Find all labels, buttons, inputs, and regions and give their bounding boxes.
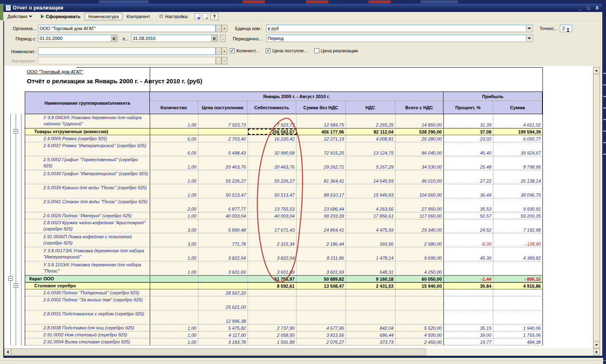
collapse-group-icon[interactable] [14,283,18,288]
column-header[interactable]: Сумма без НДС [296,101,346,114]
value-cell[interactable] [444,296,493,310]
counterparty-clear-button[interactable]: x [222,57,227,64]
save-report-icon[interactable] [203,13,208,19]
row-name-cell[interactable]: 2.8.0038 Подставка для яиц (серебро 925) [25,324,150,331]
value-cell[interactable]: 46.40 [444,142,493,156]
value-cell[interactable] [150,283,198,289]
value-cell[interactable] [396,296,444,310]
value-cell[interactable]: 51 755,97 [248,276,297,282]
group-row[interactable]: Столовое серебро8 592,6113 508,472 431,5… [25,282,543,289]
value-cell[interactable]: 1,00 [150,170,198,184]
row-name-cell[interactable]: У 3.8.110Э/6 Упаковка деревянная для наб… [25,261,150,275]
row-name-cell[interactable]: 2.5.0041 Стакан для воды "Пегас" (серебр… [25,198,150,212]
value-cell[interactable]: 771,78 [198,233,248,247]
value-cell[interactable]: 199 594,39 [493,129,543,135]
precision-spinner[interactable]: 2 [560,25,572,32]
value-cell[interactable] [444,310,493,324]
value-cell[interactable]: 2 580,00 [396,233,444,247]
value-cell[interactable]: 19.77 [444,338,493,345]
value-cell[interactable]: 12 996,38 [198,310,248,324]
table-row[interactable]: 2.5.0039 Кувшин для воды "Пегас" (серебр… [25,184,543,198]
organization-field[interactable]: ООО "Торговый дом АГАТ" [38,25,216,32]
value-cell[interactable]: 29 340,00 [396,219,444,233]
value-cell[interactable]: 40 003,04 [248,212,297,219]
row-name-cell[interactable]: У 3.8.006Э/6 Упаковка деревянная для наб… [25,114,150,128]
column-header[interactable]: Себестоимость [248,101,296,114]
help-button[interactable]: ? [210,13,219,20]
value-cell[interactable] [444,261,493,275]
value-cell[interactable]: 1,00 [150,324,198,331]
value-cell[interactable]: 7 923,73 [198,114,248,128]
value-cell[interactable]: 393,56 [346,233,396,247]
table-row[interactable]: 2.91.0002 Нож столовый (серебро 925)1,00… [25,331,543,338]
scroll-left-icon[interactable] [4,348,11,355]
value-cell[interactable]: 17 856,61 [346,212,396,219]
value-cell[interactable]: -5.00 [444,233,493,247]
checkbox-unchecked-icon[interactable] [314,48,319,53]
value-cell[interactable]: 8 592,61 [248,283,297,289]
value-cell[interactable]: 2 703,40 [198,135,248,142]
vertical-scrollbar[interactable] [593,67,599,348]
value-cell[interactable]: 22 271,19 [297,135,346,142]
table-row[interactable]: 2.8.0038 Подставка для яиц (серебро 925)… [25,324,543,331]
value-cell[interactable]: 3 601,69 [248,261,297,275]
value-cell[interactable]: 2 076,27 [297,338,346,345]
table-row[interactable]: 2.6.0030 Поднос "Подарочный" (серебро 92… [25,289,543,296]
value-cell[interactable]: 15 949,83 [346,184,396,198]
value-cell[interactable] [198,276,248,282]
value-cell[interactable]: 27 950,00 [396,198,444,212]
value-cell[interactable]: 117 060,00 [396,212,444,219]
calendar-icon[interactable]: ▦ [211,35,217,41]
selected-cell[interactable]: 256 583,57 [248,129,297,135]
value-cell[interactable] [150,129,198,135]
value-cell[interactable]: 23.02 [444,135,493,142]
checkbox-checked-icon[interactable]: ✓ [230,48,235,53]
calendar-icon[interactable]: ▦ [111,35,117,41]
organization-clear-button[interactable]: x [222,25,227,32]
table-row[interactable]: 2.91.0006П Ложка кофейная с позолотой (с… [25,233,543,247]
value-cell[interactable]: 648,31 [346,261,396,275]
value-cell[interactable]: 45.30 [444,247,493,261]
table-row[interactable]: 2.4.0005 Рюмка (серебро 925)6,002 703,40… [25,135,543,142]
actions-menu[interactable]: Действия [6,13,34,20]
value-cell[interactable]: 28 567,20 [198,289,248,296]
value-cell[interactable]: 40 003,04 [198,212,248,219]
value-cell[interactable]: 50 513,47 [248,184,297,198]
group-row[interactable]: Карат ООО51 755,9750 889,829 160,1860 05… [25,275,543,282]
value-cell[interactable]: 60 050,00 [396,276,444,282]
period-group-header[interactable]: Январь 2000 г. - Август 2010 г. [150,92,443,101]
value-cell[interactable]: 4 915,86 [493,283,543,289]
value-cell[interactable] [444,289,493,296]
value-cell[interactable]: 5 475,82 [198,324,248,331]
value-cell[interactable]: 1 755,06 [493,331,543,338]
value-cell[interactable]: 30.84 [444,283,493,289]
value-cell[interactable] [150,276,198,282]
row-name-cell[interactable]: Столовое серебро [25,283,150,289]
value-cell[interactable]: - 866,15 [493,276,543,282]
value-cell[interactable]: 50.57 [444,212,493,219]
value-cell[interactable]: 4 389,82 [493,247,543,261]
counterparty-button[interactable]: Контрагент [125,13,152,20]
value-cell[interactable]: 8 798,95 [493,156,543,170]
value-cell[interactable]: 2 058,50 [248,331,297,338]
value-cell[interactable]: 50 513,47 [198,184,248,198]
value-cell[interactable] [396,289,444,296]
value-cell[interactable] [297,296,346,310]
table-row[interactable]: 2.6.0002 Поднос "За милых дам" (серебро … [25,296,543,310]
value-cell[interactable]: 4 677,96 [297,324,346,331]
value-cell[interactable] [346,296,396,310]
value-cell[interactable]: 24 864,41 [297,219,346,233]
value-cell[interactable]: 12 584,75 [297,114,346,128]
value-cell[interactable]: 3 822,04 [198,247,248,261]
collapse-group-icon[interactable] [8,276,13,281]
organization-link[interactable]: ООО "Торговый дом АГАТ" [27,69,83,74]
table-row[interactable]: 2.5.0041 Стакан для воды "Пегас" (серебр… [25,198,543,212]
nomenclature-browse-button[interactable]: ... [216,47,222,55]
column-header[interactable]: Цена поступления [198,101,248,114]
value-cell[interactable] [396,310,444,324]
value-cell[interactable]: 24.52 [444,219,493,233]
table-row[interactable]: 2.8.0031 Подстаканник с гербом (серебро … [25,310,543,324]
value-cell[interactable]: 4 250,00 [396,261,444,275]
row-name-cell[interactable]: 2.5.0002 Графин "Торжественный" (серебро… [25,156,150,170]
table-row[interactable]: 2.6.0026 Поднос "Империя" (серебро 925)1… [25,212,543,219]
